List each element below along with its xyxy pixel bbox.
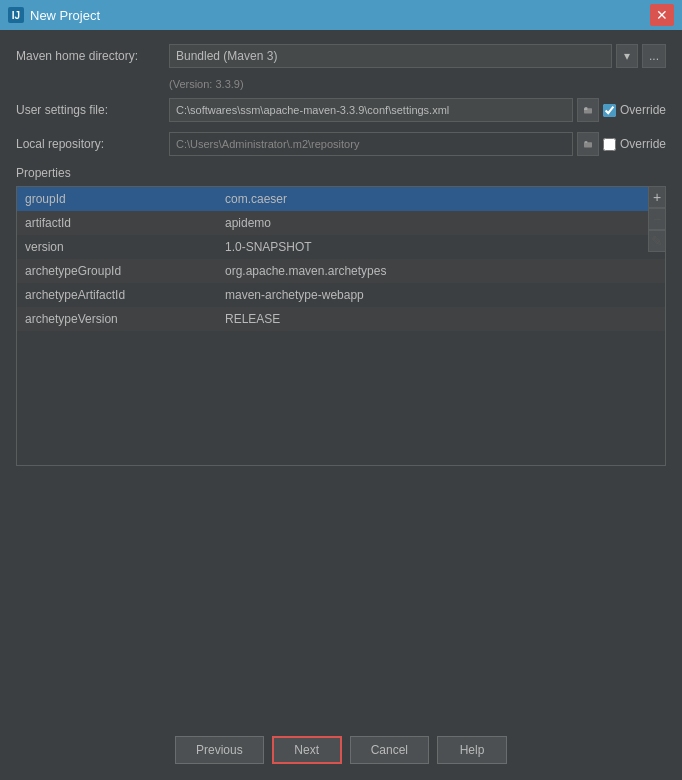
user-settings-override-label[interactable]: Override bbox=[620, 103, 666, 117]
user-settings-row: User settings file: Override bbox=[16, 98, 666, 122]
table-row[interactable]: archetypeGroupId org.apache.maven.archet… bbox=[17, 259, 665, 283]
table-row[interactable]: version 1.0-SNAPSHOT bbox=[17, 235, 665, 259]
maven-home-dropdown-button[interactable]: ▾ bbox=[616, 44, 638, 68]
user-settings-input-group: Override bbox=[169, 98, 666, 122]
property-value: apidemo bbox=[217, 211, 665, 235]
svg-rect-4 bbox=[585, 141, 588, 143]
local-repo-override-checkbox[interactable] bbox=[603, 138, 616, 151]
property-key: artifactId bbox=[17, 211, 217, 235]
property-value: com.caeser bbox=[217, 187, 665, 211]
maven-home-dots-button[interactable]: ... bbox=[642, 44, 666, 68]
local-repo-label: Local repository: bbox=[16, 137, 161, 151]
property-value: maven-archetype-webapp bbox=[217, 283, 665, 307]
maven-home-input-group: ▾ ... bbox=[169, 44, 666, 68]
property-key: groupId bbox=[17, 187, 217, 211]
user-settings-override-checkbox[interactable] bbox=[603, 104, 616, 117]
close-button[interactable]: ✕ bbox=[650, 4, 674, 26]
properties-table: groupId com.caeser artifactId apidemo ve… bbox=[17, 187, 665, 331]
user-settings-label: User settings file: bbox=[16, 103, 161, 117]
version-text: (Version: 3.3.9) bbox=[16, 78, 666, 90]
properties-section-label: Properties bbox=[16, 166, 666, 180]
title-bar-left: IJ New Project bbox=[8, 7, 100, 23]
dialog-body: Maven home directory: ▾ ... (Version: 3.… bbox=[0, 30, 682, 480]
table-row[interactable]: archetypeArtifactId maven-archetype-weba… bbox=[17, 283, 665, 307]
local-repo-override-group: Override bbox=[603, 137, 666, 151]
table-row[interactable]: groupId com.caeser bbox=[17, 187, 665, 211]
maven-home-input[interactable] bbox=[169, 44, 612, 68]
bottom-buttons: Previous Next Cancel Help bbox=[0, 736, 682, 764]
local-repo-input[interactable] bbox=[169, 132, 573, 156]
cancel-button[interactable]: Cancel bbox=[350, 736, 429, 764]
property-key: archetypeArtifactId bbox=[17, 283, 217, 307]
table-row[interactable]: archetypeVersion RELEASE bbox=[17, 307, 665, 331]
user-settings-override-group: Override bbox=[603, 103, 666, 117]
title-bar: IJ New Project ✕ bbox=[0, 0, 682, 30]
local-repo-folder-button[interactable] bbox=[577, 132, 599, 156]
maven-home-label: Maven home directory: bbox=[16, 49, 161, 63]
local-repo-input-group: Override bbox=[169, 132, 666, 156]
user-settings-input[interactable] bbox=[169, 98, 573, 122]
add-property-button[interactable]: + bbox=[648, 186, 666, 208]
dialog-title: New Project bbox=[30, 8, 100, 23]
svg-rect-3 bbox=[584, 142, 592, 147]
app-icon: IJ bbox=[8, 7, 24, 23]
local-repo-row: Local repository: Override bbox=[16, 132, 666, 156]
property-key: archetypeVersion bbox=[17, 307, 217, 331]
maven-home-row: Maven home directory: ▾ ... bbox=[16, 44, 666, 68]
local-repo-override-label[interactable]: Override bbox=[620, 137, 666, 151]
help-button[interactable]: Help bbox=[437, 736, 507, 764]
remove-property-button[interactable]: − bbox=[648, 208, 666, 230]
edit-property-button[interactable]: ✎ bbox=[648, 230, 666, 252]
property-key: archetypeGroupId bbox=[17, 259, 217, 283]
properties-wrapper: groupId com.caeser artifactId apidemo ve… bbox=[16, 186, 666, 466]
property-value: org.apache.maven.archetypes bbox=[217, 259, 665, 283]
table-row[interactable]: artifactId apidemo bbox=[17, 211, 665, 235]
user-settings-folder-button[interactable] bbox=[577, 98, 599, 122]
properties-section: groupId com.caeser artifactId apidemo ve… bbox=[16, 186, 666, 466]
property-value: 1.0-SNAPSHOT bbox=[217, 235, 665, 259]
property-value: RELEASE bbox=[217, 307, 665, 331]
previous-button[interactable]: Previous bbox=[175, 736, 264, 764]
property-key: version bbox=[17, 235, 217, 259]
table-actions: + − ✎ bbox=[648, 186, 666, 252]
next-button[interactable]: Next bbox=[272, 736, 342, 764]
svg-rect-2 bbox=[585, 107, 588, 109]
